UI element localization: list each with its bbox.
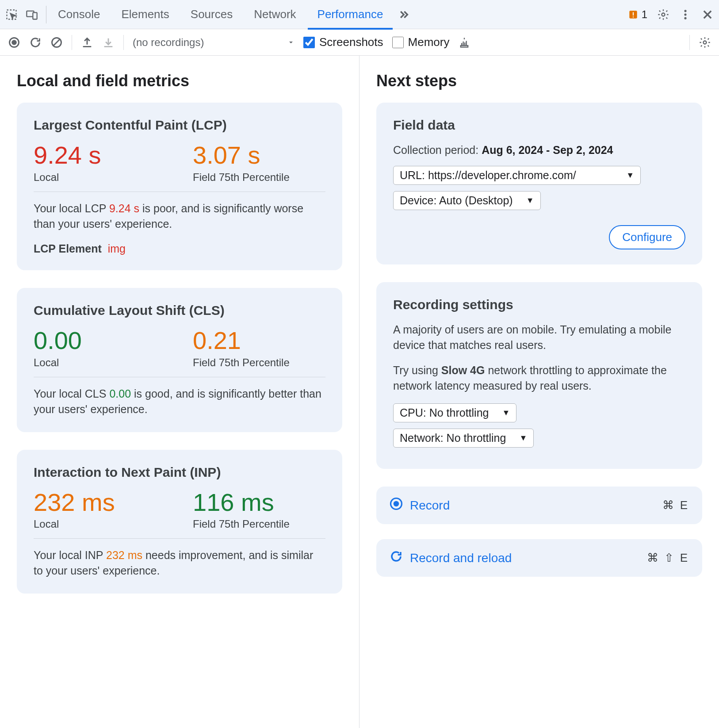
download-icon[interactable] — [102, 36, 115, 49]
record-reload-shortcut: ⌘ ⇧ E — [647, 551, 689, 565]
inspect-icon[interactable] — [5, 8, 18, 21]
inp-field-value: 116 ms — [193, 490, 325, 516]
lcp-field-value: 3.07 s — [193, 142, 325, 169]
devtools-tabbar: Console Elements Sources Network Perform… — [0, 0, 719, 29]
cls-local-label: Local — [34, 356, 166, 369]
panel-settings-gear-icon[interactable] — [699, 36, 711, 49]
recording-settings-title: Recording settings — [393, 297, 685, 312]
svg-point-16 — [394, 501, 399, 507]
warnings-count: 1 — [642, 8, 647, 21]
svg-point-9 — [684, 17, 686, 19]
record-label: Record — [410, 498, 450, 513]
memory-checkbox[interactable]: Memory — [392, 35, 450, 49]
inp-title: Interaction to Next Paint (INP) — [34, 465, 325, 480]
lcp-field-label: Field 75th Percentile — [193, 171, 325, 184]
inp-field-label: Field 75th Percentile — [193, 518, 325, 530]
field-data-card: Field data Collection period: Aug 6, 202… — [376, 103, 702, 264]
svg-rect-2 — [33, 12, 37, 19]
record-action[interactable]: Record ⌘ E — [376, 487, 702, 524]
right-section-title: Next steps — [376, 72, 702, 90]
close-icon[interactable] — [701, 8, 714, 21]
record-dot-icon — [390, 497, 403, 513]
screenshots-checkbox[interactable]: Screenshots — [303, 35, 383, 49]
svg-point-6 — [662, 13, 665, 16]
configure-button[interactable]: Configure — [609, 225, 685, 249]
recording-p1: A majority of users are on mobile. Try e… — [393, 322, 685, 353]
field-data-title: Field data — [393, 118, 685, 133]
record-reload-label: Record and reload — [410, 551, 512, 565]
svg-point-8 — [684, 13, 686, 15]
inp-local-value: 232 ms — [34, 490, 166, 516]
left-section-title: Local and field metrics — [17, 72, 342, 90]
network-throttle-select[interactable]: Network: No throttling ▼ — [393, 429, 534, 448]
performance-toolbar: (no recordings) Screenshots Memory — [0, 29, 719, 56]
url-select[interactable]: URL: https://developer.chrome.com/ ▼ — [393, 166, 641, 185]
svg-rect-13 — [461, 46, 468, 47]
collect-garbage-icon[interactable] — [458, 36, 470, 49]
lcp-description: Your local LCP 9.24 s is poor, and is si… — [34, 201, 325, 232]
tab-sources[interactable]: Sources — [181, 0, 242, 29]
reload-icon[interactable] — [29, 36, 42, 49]
device-toggle-icon[interactable] — [26, 8, 38, 21]
tab-console[interactable]: Console — [48, 0, 110, 29]
lcp-card: Largest Contentful Paint (LCP) 9.24 s Lo… — [17, 103, 342, 270]
tab-network[interactable]: Network — [244, 0, 306, 29]
cls-field-value: 0.21 — [193, 328, 325, 354]
cls-local-value: 0.00 — [34, 328, 166, 354]
lcp-local-label: Local — [34, 171, 166, 184]
recording-settings-card: Recording settings A majority of users a… — [376, 282, 702, 469]
svg-point-14 — [704, 41, 707, 44]
svg-point-11 — [11, 40, 17, 45]
cpu-throttle-select[interactable]: CPU: No throttling ▼ — [393, 403, 516, 422]
inp-card: Interaction to Next Paint (INP) 232 ms L… — [17, 450, 342, 594]
cls-card: Cumulative Layout Shift (CLS) 0.00 Local… — [17, 288, 342, 432]
warnings-badge[interactable]: 1 — [627, 8, 647, 21]
tab-elements[interactable]: Elements — [111, 0, 179, 29]
lcp-local-value: 9.24 s — [34, 142, 166, 169]
record-circle-icon[interactable] — [8, 36, 20, 49]
cls-description: Your local CLS 0.00 is good, and is sign… — [34, 386, 325, 417]
svg-rect-4 — [633, 12, 634, 15]
record-reload-action[interactable]: Record and reload ⌘ ⇧ E — [376, 539, 702, 577]
inp-local-label: Local — [34, 518, 166, 530]
recording-p2: Try using Slow 4G network throttling to … — [393, 363, 685, 394]
tab-performance[interactable]: Performance — [308, 0, 393, 29]
settings-gear-icon[interactable] — [657, 8, 669, 21]
lcp-title: Largest Contentful Paint (LCP) — [34, 118, 325, 133]
cls-field-label: Field 75th Percentile — [193, 356, 325, 369]
svg-rect-5 — [633, 16, 634, 17]
more-vert-icon[interactable] — [679, 8, 692, 21]
lcp-element-row[interactable]: LCP Element img — [34, 242, 325, 255]
record-shortcut: ⌘ E — [662, 498, 689, 512]
inp-description: Your local INP 232 ms needs improvement,… — [34, 548, 325, 579]
upload-icon[interactable] — [81, 36, 93, 49]
reload-arrow-icon — [390, 550, 403, 566]
device-select[interactable]: Device: Auto (Desktop) ▼ — [393, 191, 541, 210]
more-tabs-icon[interactable] — [394, 8, 412, 21]
cls-title: Cumulative Layout Shift (CLS) — [34, 303, 325, 318]
collection-period: Collection period: Aug 6, 2024 - Sep 2, … — [393, 142, 685, 158]
clear-icon[interactable] — [50, 36, 63, 49]
recordings-dropdown[interactable]: (no recordings) — [133, 36, 294, 49]
svg-point-7 — [684, 10, 686, 12]
